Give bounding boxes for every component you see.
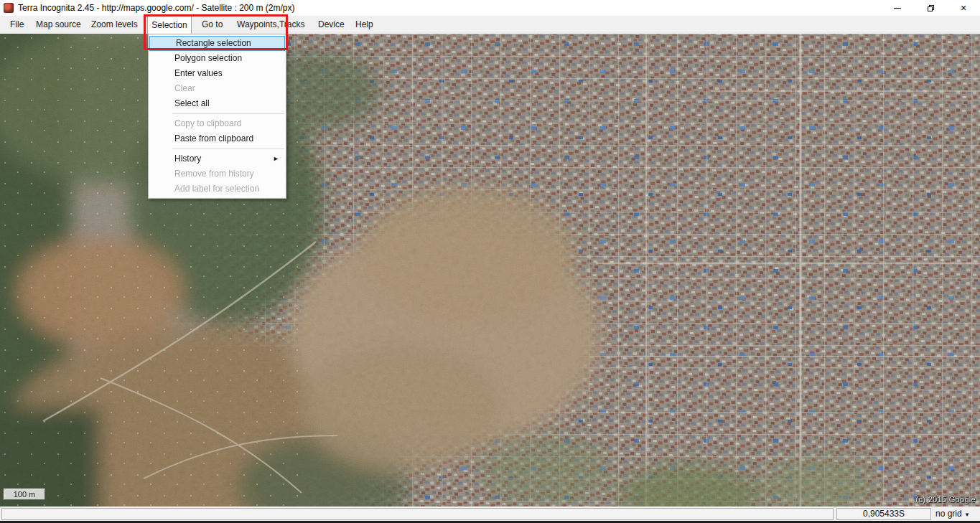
menu-file[interactable]: File: [10, 16, 24, 34]
grid-selector-dropdown[interactable]: no grid▾: [935, 508, 969, 520]
menu-item-remove-from-history: Remove from history: [149, 166, 286, 182]
map-scale-indicator: 100 m: [4, 489, 45, 500]
satellite-imagery: [0, 34, 980, 506]
menu-separator: [172, 113, 284, 114]
window-controls: ×: [881, 0, 980, 16]
menu-item-history-label: History: [174, 154, 201, 164]
menu-item-paste-from-clipboard[interactable]: Paste from clipboard: [149, 131, 286, 146]
menu-separator: [172, 149, 284, 149]
menu-help[interactable]: Help: [355, 16, 373, 34]
grid-selector-label: no grid: [935, 509, 962, 519]
minimize-icon: [894, 8, 901, 9]
app-window: Terra Incognita 2.45 - http://maps.googl…: [0, 0, 980, 523]
menu-bar: File Map source Zoom levels Selection Go…: [0, 16, 980, 34]
menu-item-enter-values[interactable]: Enter values: [149, 66, 286, 81]
menu-item-add-label-for-selection: Add label for selection: [149, 182, 286, 197]
title-bar: Terra Incognita 2.45 - http://maps.googl…: [0, 0, 980, 16]
status-bar: 0,905433S 119,842794E no grid▾: [0, 506, 980, 523]
close-button[interactable]: ×: [947, 0, 980, 16]
menu-zoom-levels[interactable]: Zoom levels: [91, 16, 138, 34]
app-icon: [4, 3, 14, 13]
menu-item-rectangle-selection[interactable]: Rectangle selection: [149, 36, 285, 51]
menu-selection[interactable]: Selection: [147, 16, 192, 34]
submenu-arrow-icon: ►: [273, 151, 279, 166]
status-message-panel: [1, 508, 834, 520]
menu-go-to[interactable]: Go to: [202, 16, 223, 34]
selection-dropdown-menu: Rectangle selection Polygon selection En…: [148, 34, 286, 199]
menu-map-source[interactable]: Map source: [36, 16, 81, 34]
close-icon: ×: [961, 3, 966, 13]
map-copyright: (c) 2015 Google: [916, 495, 976, 504]
menu-item-polygon-selection[interactable]: Polygon selection: [149, 51, 286, 66]
menu-device[interactable]: Device: [318, 16, 345, 34]
dropdown-caret-icon: ▾: [966, 511, 969, 518]
coordinates-display: 0,905433S 119,842794E: [836, 508, 931, 520]
map-viewport[interactable]: 100 m (c) 2015 Google: [0, 34, 980, 506]
menu-item-copy-to-clipboard: Copy to clipboard: [149, 116, 286, 131]
minimize-button[interactable]: [881, 0, 914, 16]
menu-waypoints-tracks[interactable]: Waypoints,Tracks: [237, 16, 304, 34]
menu-item-history[interactable]: History ►: [149, 151, 286, 166]
window-title: Terra Incognita 2.45 - http://maps.googl…: [18, 3, 295, 13]
restore-button[interactable]: [914, 0, 947, 16]
restore-icon: [928, 5, 934, 11]
menu-item-select-all[interactable]: Select all: [149, 96, 286, 111]
menu-item-clear: Clear: [149, 81, 286, 96]
